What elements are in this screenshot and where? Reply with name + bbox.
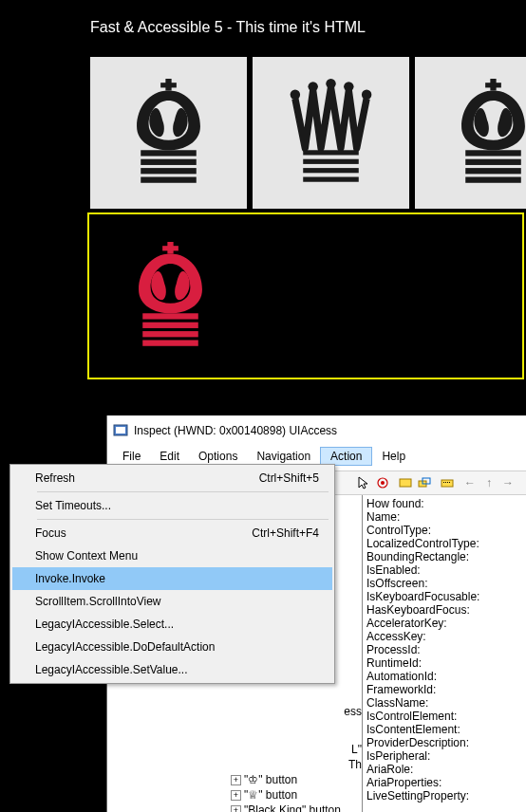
chess-tile-king-2[interactable]	[415, 57, 526, 209]
svg-rect-1	[160, 83, 177, 87]
tree-item[interactable]: "♕" button	[244, 788, 297, 802]
property-row: FrameworkId:	[366, 683, 523, 696]
inspect-titlebar: Inspect (HWND: 0x00140898) UIAccess	[107, 415, 526, 446]
property-row: AriaRole:	[366, 763, 523, 776]
inspect-app-icon	[113, 423, 128, 438]
property-row: BoundingRectangle:	[366, 550, 523, 563]
tree-text: L"	[351, 743, 362, 756]
property-row: IsPeripheral:	[366, 749, 523, 763]
tree-text: ess	[344, 705, 362, 718]
svg-rect-19	[465, 168, 521, 174]
property-row: AutomationId:	[366, 670, 523, 683]
svg-rect-24	[142, 322, 198, 327]
crimson-king-icon	[121, 242, 220, 351]
selected-row	[87, 212, 524, 379]
queen-icon	[281, 79, 381, 188]
svg-rect-26	[142, 340, 198, 345]
property-row: IsOffscreen:	[366, 577, 523, 590]
property-row: ProviderDescription:	[366, 736, 523, 749]
svg-rect-18	[465, 158, 521, 164]
property-row: AccessKey:	[366, 630, 523, 643]
property-row: ClassName:	[366, 696, 523, 710]
svg-rect-16	[485, 83, 501, 87]
menu-item-show-context-menu[interactable]: Show Context Menu	[12, 544, 332, 567]
menu-item-set-timeouts[interactable]: Set Timeouts...	[12, 494, 332, 517]
menu-item-legacyiaccessible-select[interactable]: LegacyIAccessible.Select...	[12, 613, 332, 636]
svg-rect-17	[465, 150, 521, 156]
tree-text: Th	[348, 758, 362, 771]
keyboard-icon[interactable]	[440, 475, 455, 490]
property-row: ProcessId:	[366, 643, 523, 656]
svg-rect-3	[141, 158, 197, 164]
menu-navigation[interactable]: Navigation	[247, 448, 320, 465]
svg-point-30	[381, 481, 385, 485]
inspect-title: Inspect (HWND: 0x00140898) UIAccess	[134, 424, 337, 437]
property-row: IsControlElement:	[366, 710, 523, 723]
chess-row-top	[0, 57, 526, 209]
property-row: IsEnabled:	[366, 563, 523, 577]
chess-tile-crimson-king[interactable]	[92, 220, 249, 372]
svg-rect-2	[141, 150, 197, 156]
property-row: AcceleratorKey:	[366, 617, 523, 630]
svg-rect-35	[443, 482, 444, 483]
menu-options[interactable]: Options	[189, 448, 247, 465]
property-row: IsContentElement:	[366, 723, 523, 736]
menu-separator	[37, 491, 329, 492]
svg-point-6	[291, 89, 300, 99]
svg-point-10	[362, 89, 371, 99]
app-title: Fast & Accessible 5 - This time it's HTM…	[0, 0, 526, 46]
cursor-icon[interactable]	[356, 475, 371, 490]
svg-rect-28	[116, 427, 125, 434]
arrow-up-icon[interactable]: ↑	[481, 475, 497, 490]
tree-item[interactable]: "Black King" button	[244, 803, 341, 812]
menu-action[interactable]: Action	[320, 447, 372, 466]
property-row: AriaProperties:	[366, 776, 523, 789]
menu-item-scrollitem-scrollintoview[interactable]: ScrollItem.ScrollIntoView	[12, 590, 332, 613]
chess-tile-king[interactable]	[90, 57, 247, 209]
property-row: LiveSettingProperty:	[366, 789, 523, 803]
menu-file[interactable]: File	[113, 448, 150, 465]
svg-rect-34	[441, 480, 453, 487]
svg-rect-36	[445, 482, 446, 483]
target-icon[interactable]	[375, 475, 390, 490]
menu-separator	[37, 519, 329, 520]
properties-panel[interactable]: How found:Name:ControlType:LocalizedCont…	[363, 495, 526, 812]
menu-edit[interactable]: Edit	[150, 448, 189, 465]
tree-item[interactable]: "♔" button	[244, 773, 297, 786]
property-row: LocalizedControlType:	[366, 537, 523, 550]
menu-item-legacyiaccessible-dodefaultaction[interactable]: LegacyIAccessible.DoDefaultAction	[12, 636, 332, 658]
menu-item-refresh[interactable]: RefreshCtrl+Shift+5	[12, 467, 332, 489]
svg-rect-22	[162, 246, 178, 250]
svg-rect-20	[465, 176, 521, 182]
rect-overlay-icon[interactable]	[417, 475, 432, 490]
svg-rect-13	[303, 168, 359, 173]
property-row: How found:	[366, 497, 523, 510]
svg-rect-37	[447, 482, 448, 483]
svg-rect-12	[303, 158, 359, 163]
property-row: ControlType:	[366, 524, 523, 537]
svg-rect-23	[142, 313, 198, 319]
expand-icon[interactable]: +	[231, 805, 241, 813]
svg-rect-4	[141, 168, 197, 174]
rect-yellow-icon[interactable]	[398, 475, 413, 490]
menu-item-invoke-invoke[interactable]: Invoke.Invoke	[12, 567, 332, 590]
svg-rect-5	[141, 176, 197, 182]
chess-tile-queen[interactable]	[253, 57, 409, 209]
property-row: RuntimeId:	[366, 656, 523, 670]
property-row: HasKeyboardFocus:	[366, 603, 523, 617]
menu-item-legacyiaccessible-setvalue[interactable]: LegacyIAccessible.SetValue...	[12, 658, 332, 681]
arrow-left-icon[interactable]: ←	[462, 475, 478, 490]
menu-help[interactable]: Help	[372, 448, 415, 465]
svg-rect-38	[449, 482, 450, 483]
expand-icon[interactable]: +	[231, 775, 241, 785]
expand-icon[interactable]: +	[231, 790, 241, 801]
svg-rect-11	[303, 150, 359, 155]
svg-rect-25	[142, 331, 198, 337]
king-icon	[119, 79, 218, 188]
menu-item-focus[interactable]: FocusCtrl+Shift+F4	[12, 522, 332, 544]
arrow-right-icon[interactable]: →	[500, 475, 516, 490]
svg-rect-31	[400, 479, 411, 487]
property-row: Name:	[366, 510, 523, 524]
action-context-menu: RefreshCtrl+Shift+5Set Timeouts...FocusC…	[9, 464, 335, 684]
svg-rect-14	[303, 176, 359, 181]
